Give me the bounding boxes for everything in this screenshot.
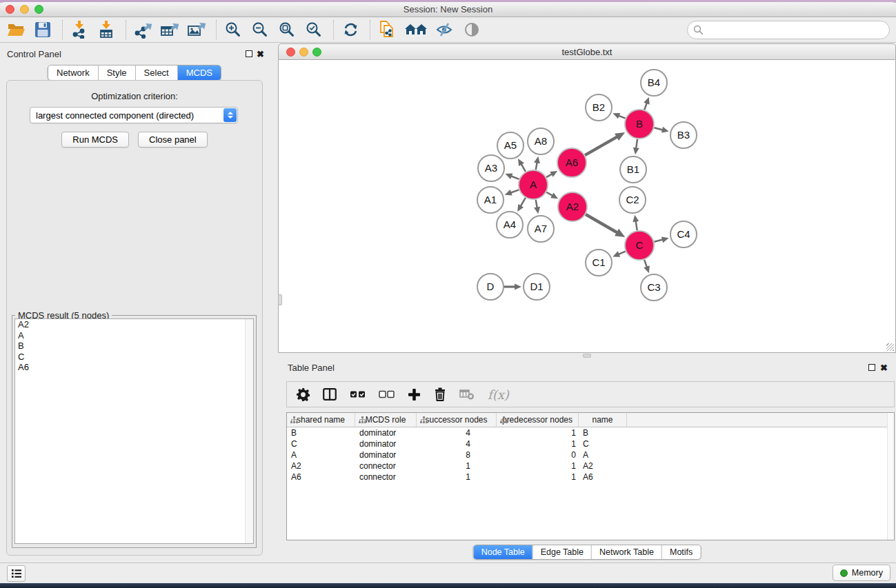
graph-edge-A-A1[interactable] xyxy=(510,190,519,193)
show-all-windows-icon[interactable] xyxy=(404,19,428,40)
graph-edge-A-A3[interactable] xyxy=(510,176,519,179)
table-cell[interactable]: A6 xyxy=(287,472,355,483)
column-header-mcds-role[interactable]: MCDS role xyxy=(355,413,417,427)
close-button[interactable] xyxy=(6,5,14,14)
float-table-panel-icon[interactable] xyxy=(868,364,875,371)
table-cell[interactable]: connector xyxy=(355,460,417,472)
zoom-fit-icon[interactable] xyxy=(277,19,297,40)
delete-row-icon[interactable] xyxy=(434,387,446,401)
save-session-icon[interactable] xyxy=(32,19,53,40)
graph-edge-C-C4[interactable] xyxy=(654,239,664,241)
column-pane-icon[interactable] xyxy=(323,388,337,401)
mcds-result-item[interactable]: B xyxy=(15,341,253,352)
zoom-selected-icon[interactable] xyxy=(303,19,324,40)
table-cell[interactable]: A6 xyxy=(579,472,627,483)
close-panel-icon[interactable]: ✖ xyxy=(257,50,264,59)
memory-button[interactable]: Memory xyxy=(833,565,890,581)
table-cell[interactable]: A xyxy=(287,449,355,460)
table-row[interactable]: A2connector11A2 xyxy=(287,460,894,472)
table-row[interactable]: Bdominator41B xyxy=(287,427,894,438)
task-history-button[interactable] xyxy=(7,565,26,582)
minimize-button[interactable] xyxy=(20,5,29,14)
table-cell[interactable]: connector xyxy=(355,472,417,483)
column-header-name[interactable]: name xyxy=(579,413,627,427)
graph-edge-A-A4[interactable] xyxy=(520,198,526,207)
tab-network-table[interactable]: Network Table xyxy=(592,545,662,559)
session-search-box[interactable] xyxy=(687,21,890,39)
graph-edge-B-B1[interactable] xyxy=(636,139,637,149)
export-image-icon[interactable] xyxy=(186,19,207,40)
table-row[interactable]: Adominator80A xyxy=(287,449,894,460)
table-cell[interactable]: 1 xyxy=(417,472,497,483)
table-cell[interactable]: 8 xyxy=(417,449,497,460)
float-panel-icon[interactable] xyxy=(246,50,252,57)
import-network-icon[interactable] xyxy=(69,19,90,40)
deselect-all-columns-icon[interactable] xyxy=(379,389,395,399)
zoom-in-icon[interactable] xyxy=(223,19,243,40)
apply-preferred-layout-icon[interactable] xyxy=(340,19,361,40)
tab-motifs[interactable]: Motifs xyxy=(662,545,700,559)
close-table-panel-icon[interactable]: ✖ xyxy=(880,363,888,372)
mcds-list-scrollbar[interactable] xyxy=(245,319,253,543)
run-mcds-button[interactable]: Run MCDS xyxy=(61,132,129,148)
tab-style[interactable]: Style xyxy=(99,65,136,80)
clone-network-icon[interactable] xyxy=(377,19,397,40)
table-cell[interactable]: 1 xyxy=(497,472,579,483)
network-close-button[interactable] xyxy=(286,48,295,57)
network-window-titlebar[interactable]: testGlobe.txt xyxy=(278,43,896,60)
zoom-button[interactable] xyxy=(34,5,43,14)
left-splitter-handle[interactable] xyxy=(278,294,282,305)
table-cell[interactable]: 1 xyxy=(497,427,579,438)
table-cell[interactable]: 4 xyxy=(417,427,497,438)
export-table-icon[interactable] xyxy=(159,19,180,40)
table-cell[interactable]: 1 xyxy=(417,460,497,472)
tab-node-table[interactable]: Node Table xyxy=(474,545,533,559)
hide-selected-icon[interactable] xyxy=(435,19,455,40)
mcds-result-list[interactable]: A2ABCA6 xyxy=(14,318,254,544)
mcds-result-item[interactable]: A2 xyxy=(15,319,253,330)
table-cell[interactable]: A xyxy=(579,449,627,460)
mcds-result-item[interactable]: A6 xyxy=(15,362,253,373)
table-cell[interactable]: B xyxy=(287,427,355,438)
table-cell[interactable]: C xyxy=(579,438,627,449)
table-cell[interactable]: B xyxy=(579,427,627,438)
select-all-columns-icon[interactable] xyxy=(350,389,366,399)
table-row[interactable]: A6connector11A6 xyxy=(287,472,894,483)
network-canvas[interactable]: B4B2BB3A8A5A6A3B1AA1C2A2A4A7C4CC1C3DD1 xyxy=(278,60,896,353)
table-cell[interactable]: 4 xyxy=(417,438,497,449)
column-header-shared-name[interactable]: shared name xyxy=(287,413,355,427)
zoom-out-icon[interactable] xyxy=(250,19,270,40)
resize-grip-icon[interactable] xyxy=(886,343,894,351)
graph-edge-B-B3[interactable] xyxy=(654,128,664,130)
column-header-successor-nodes[interactable]: successor nodes xyxy=(417,413,497,427)
select-stepper-icon[interactable] xyxy=(223,108,237,122)
table-cell[interactable]: A2 xyxy=(579,460,627,472)
export-network-icon[interactable] xyxy=(132,19,153,40)
table-cell[interactable]: dominator xyxy=(355,438,417,449)
import-table-icon[interactable] xyxy=(96,19,117,40)
node-table[interactable]: shared nameMCDS rolesuccessor nodesprede… xyxy=(286,412,895,540)
search-input[interactable] xyxy=(706,25,884,35)
main-titlebar[interactable]: Session: New Session xyxy=(0,2,896,17)
table-cell[interactable]: 0 xyxy=(497,449,579,460)
table-cell[interactable]: dominator xyxy=(355,427,417,438)
add-row-icon[interactable] xyxy=(408,388,421,401)
table-cell[interactable]: C xyxy=(287,438,355,449)
mcds-result-item[interactable]: C xyxy=(15,352,253,363)
table-row[interactable]: Cdominator41C xyxy=(287,438,894,449)
table-cell[interactable]: 1 xyxy=(497,438,579,449)
table-cell[interactable]: dominator xyxy=(355,449,417,460)
graph-edge-C-C2[interactable] xyxy=(635,221,637,231)
mcds-result-item[interactable]: A xyxy=(15,330,253,341)
show-hide-panel-icon[interactable] xyxy=(461,19,482,40)
network-minimize-button[interactable] xyxy=(299,48,308,57)
criterion-select[interactable]: largest connected component (directed) xyxy=(30,107,238,123)
tab-edge-table[interactable]: Edge Table xyxy=(533,545,592,559)
tab-select[interactable]: Select xyxy=(136,65,178,80)
graph-edge-A-A5[interactable] xyxy=(521,163,526,172)
tab-network[interactable]: Network xyxy=(48,65,99,80)
network-zoom-button[interactable] xyxy=(312,48,321,57)
table-cell[interactable]: A2 xyxy=(287,460,355,472)
graph-edge-A6-B[interactable] xyxy=(585,136,618,155)
table-cell[interactable]: 1 xyxy=(497,460,579,472)
